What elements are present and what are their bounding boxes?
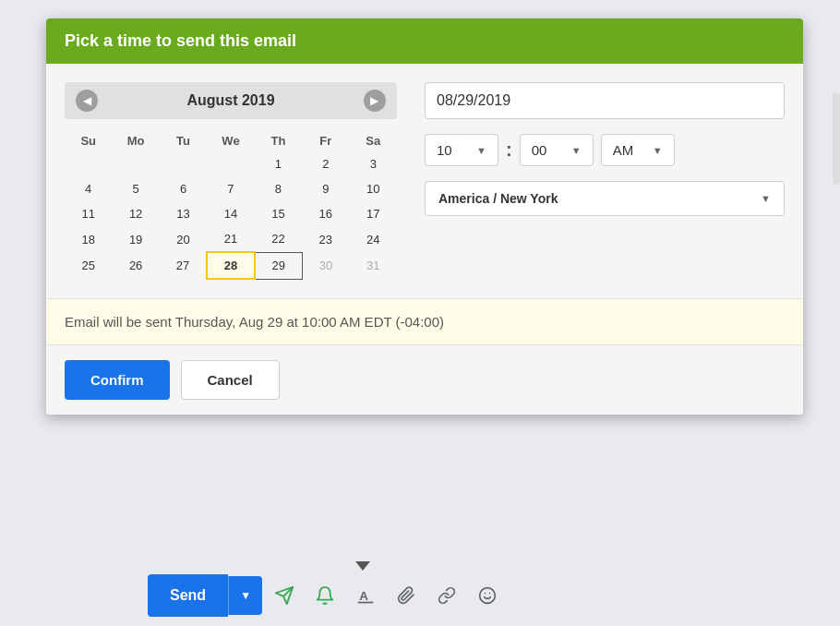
time-panel: 10 ▼ : 00 ▼ AM ▼ America / New York xyxy=(425,82,785,280)
scroll-indicator[interactable] xyxy=(833,92,840,185)
ampm-value: AM xyxy=(613,142,634,158)
confirm-button[interactable]: Confirm xyxy=(65,360,170,400)
calendar-week-row: 45678910 xyxy=(65,176,397,201)
calendar-weekday-row: SuMoTuWeThFrSa xyxy=(65,130,397,151)
weekday-header: Sa xyxy=(350,130,397,151)
calendar-navigation: ◀ August 2019 ▶ xyxy=(65,82,397,119)
calendar-day[interactable]: 4 xyxy=(65,176,112,201)
calendar-day[interactable]: 6 xyxy=(160,176,207,201)
calendar-week-row: 11121314151617 xyxy=(65,201,397,226)
hour-select[interactable]: 10 ▼ xyxy=(425,134,498,166)
calendar-day xyxy=(112,151,159,176)
calendar-day[interactable]: 14 xyxy=(207,201,254,226)
minute-value: 00 xyxy=(532,142,547,158)
calendar-day[interactable]: 19 xyxy=(112,226,159,252)
calendar-day[interactable]: 20 xyxy=(160,226,207,252)
minute-select[interactable]: 00 ▼ xyxy=(520,134,594,166)
calendar-day[interactable]: 11 xyxy=(65,201,112,226)
calendar-day[interactable]: 23 xyxy=(302,226,349,252)
calendar-days-body: 1234567891011121314151617181920212223242… xyxy=(65,151,397,279)
compose-toolbar: Send ▼ A xyxy=(148,574,506,617)
calendar-month-label: August 2019 xyxy=(186,92,274,109)
hour-dropdown-arrow: ▼ xyxy=(476,145,486,156)
calendar-day[interactable]: 10 xyxy=(350,176,397,201)
time-row: 10 ▼ : 00 ▼ AM ▼ xyxy=(425,134,785,166)
calendar-day[interactable]: 15 xyxy=(255,201,302,226)
send-button[interactable]: Send xyxy=(148,574,228,617)
cancel-button[interactable]: Cancel xyxy=(181,360,280,400)
calendar-day[interactable]: 13 xyxy=(160,201,207,226)
weekday-header: We xyxy=(207,130,254,151)
timezone-dropdown-arrow: ▼ xyxy=(761,193,771,204)
send-dropdown-button[interactable]: ▼ xyxy=(228,576,262,615)
link-icon[interactable] xyxy=(428,574,465,617)
calendar-day[interactable]: 21 xyxy=(207,226,254,252)
weekday-header: Tu xyxy=(160,130,207,151)
calendar-day[interactable]: 7 xyxy=(207,176,254,201)
summary-bar: Email will be sent Thursday, Aug 29 at 1… xyxy=(46,298,803,345)
calendar-day[interactable]: 22 xyxy=(255,226,302,252)
prev-month-button[interactable]: ◀ xyxy=(76,90,98,112)
modal-header: Pick a time to send this email xyxy=(46,18,803,64)
calendar-day[interactable]: 30 xyxy=(302,252,349,279)
minute-dropdown-arrow: ▼ xyxy=(571,145,582,156)
svg-point-4 xyxy=(480,588,496,604)
dropdown-indicator xyxy=(355,561,370,571)
calendar-week-row: 18192021222324 xyxy=(65,226,397,252)
calendar-grid: SuMoTuWeThFrSa 1234567891011121314151617… xyxy=(65,130,397,280)
send-dropdown-arrow: ▼ xyxy=(240,589,251,602)
schedule-email-modal: Pick a time to send this email ◀ August … xyxy=(46,18,803,415)
send-arrow-icon[interactable] xyxy=(266,574,303,617)
calendar-day xyxy=(160,151,207,176)
calendar-day[interactable]: 3 xyxy=(350,151,397,176)
emoji-icon[interactable] xyxy=(469,574,506,617)
svg-text:A: A xyxy=(359,589,368,603)
calendar-day[interactable]: 31 xyxy=(350,252,397,279)
action-row: Confirm Cancel xyxy=(46,345,803,415)
calendar-day xyxy=(65,151,112,176)
calendar-day[interactable]: 2 xyxy=(302,151,349,176)
summary-text: Email will be sent Thursday, Aug 29 at 1… xyxy=(65,314,444,330)
weekday-header: Fr xyxy=(302,130,349,151)
timezone-label: America / New York xyxy=(438,191,558,206)
calendar-week-row: 123 xyxy=(65,151,397,176)
calendar-day xyxy=(207,151,254,176)
page-background: Pick a time to send this email ◀ August … xyxy=(0,0,840,626)
weekday-header: Su xyxy=(65,130,112,151)
weekday-header: Th xyxy=(255,130,302,151)
schedule-bell-icon[interactable] xyxy=(306,574,343,617)
next-month-button[interactable]: ▶ xyxy=(364,90,386,112)
calendar-day[interactable]: 16 xyxy=(302,201,349,226)
calendar-day[interactable]: 24 xyxy=(350,226,397,252)
calendar-day[interactable]: 25 xyxy=(65,252,112,279)
attachment-icon[interactable] xyxy=(388,574,425,617)
calendar-day[interactable]: 29 xyxy=(255,252,302,279)
ampm-dropdown-arrow: ▼ xyxy=(653,145,663,156)
calendar-day[interactable]: 12 xyxy=(112,201,159,226)
calendar-panel: ◀ August 2019 ▶ SuMoTuWeThFrSa 123456789… xyxy=(65,82,397,280)
calendar-day[interactable]: 26 xyxy=(112,252,159,279)
weekday-header: Mo xyxy=(112,130,159,151)
calendar-day[interactable]: 17 xyxy=(350,201,397,226)
font-format-icon[interactable]: A xyxy=(347,574,384,617)
date-input[interactable] xyxy=(425,82,785,119)
ampm-select[interactable]: AM ▼ xyxy=(601,134,675,166)
calendar-day[interactable]: 1 xyxy=(255,151,302,176)
time-colon: : xyxy=(506,139,512,161)
calendar-week-row: 25262728293031 xyxy=(65,252,397,279)
calendar-day[interactable]: 9 xyxy=(302,176,349,201)
modal-title: Pick a time to send this email xyxy=(65,31,296,50)
calendar-day[interactable]: 18 xyxy=(65,226,112,252)
calendar-day[interactable]: 28 xyxy=(207,252,254,279)
hour-value: 10 xyxy=(437,142,452,158)
calendar-day[interactable]: 5 xyxy=(112,176,159,201)
timezone-select[interactable]: America / New York ▼ xyxy=(425,181,785,216)
modal-body: ◀ August 2019 ▶ SuMoTuWeThFrSa 123456789… xyxy=(46,64,803,298)
calendar-day[interactable]: 27 xyxy=(160,252,207,279)
calendar-day[interactable]: 8 xyxy=(255,176,302,201)
